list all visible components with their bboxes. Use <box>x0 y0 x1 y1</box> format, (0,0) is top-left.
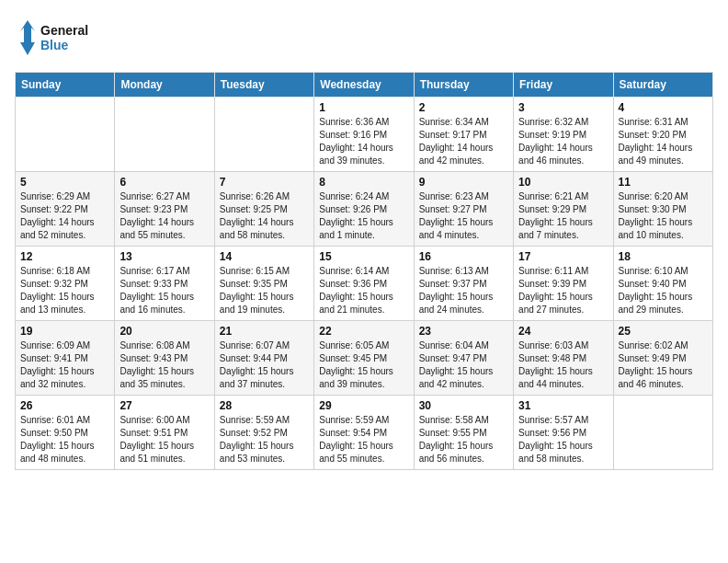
weekday-header-thursday: Thursday <box>414 73 513 98</box>
calendar-cell: 2Sunrise: 6:34 AM Sunset: 9:17 PM Daylig… <box>414 98 513 172</box>
day-number: 6 <box>119 176 209 189</box>
calendar-cell <box>16 98 115 172</box>
day-info: Sunrise: 6:01 AM Sunset: 9:50 PM Dayligh… <box>20 414 109 465</box>
day-info: Sunrise: 6:26 AM Sunset: 9:25 PM Dayligh… <box>220 190 309 242</box>
day-info: Sunrise: 5:57 AM Sunset: 9:56 PM Dayligh… <box>518 414 608 465</box>
day-number: 22 <box>319 325 408 338</box>
calendar-cell: 13Sunrise: 6:17 AM Sunset: 9:33 PM Dayli… <box>115 247 214 321</box>
calendar-cell: 8Sunrise: 6:24 AM Sunset: 9:26 PM Daylig… <box>314 172 414 247</box>
day-number: 13 <box>119 250 209 263</box>
day-info: Sunrise: 6:27 AM Sunset: 9:23 PM Dayligh… <box>119 190 209 242</box>
day-number: 11 <box>619 176 708 189</box>
day-info: Sunrise: 6:29 AM Sunset: 9:22 PM Dayligh… <box>20 190 109 242</box>
day-info: Sunrise: 6:14 AM Sunset: 9:36 PM Dayligh… <box>319 265 408 316</box>
day-number: 28 <box>220 399 309 412</box>
day-number: 26 <box>20 399 109 412</box>
calendar-table: SundayMondayTuesdayWednesdayThursdayFrid… <box>15 72 713 470</box>
logo: General Blue <box>15 15 88 61</box>
calendar-cell: 7Sunrise: 6:26 AM Sunset: 9:25 PM Daylig… <box>214 172 313 247</box>
calendar-cell: 20Sunrise: 6:08 AM Sunset: 9:43 PM Dayli… <box>115 321 214 396</box>
calendar-cell: 16Sunrise: 6:13 AM Sunset: 9:37 PM Dayli… <box>414 247 513 321</box>
weekday-header-monday: Monday <box>115 73 214 98</box>
calendar-cell: 1Sunrise: 6:36 AM Sunset: 9:16 PM Daylig… <box>314 98 414 172</box>
day-number: 29 <box>319 399 408 412</box>
day-number: 30 <box>419 399 508 412</box>
calendar-cell: 5Sunrise: 6:29 AM Sunset: 9:22 PM Daylig… <box>16 172 115 247</box>
calendar-cell: 3Sunrise: 6:32 AM Sunset: 9:19 PM Daylig… <box>514 98 613 172</box>
day-info: Sunrise: 5:59 AM Sunset: 9:54 PM Dayligh… <box>319 414 408 465</box>
calendar-cell: 23Sunrise: 6:04 AM Sunset: 9:47 PM Dayli… <box>414 321 513 396</box>
weekday-header-tuesday: Tuesday <box>214 73 313 98</box>
day-info: Sunrise: 6:17 AM Sunset: 9:33 PM Dayligh… <box>119 265 209 316</box>
calendar-week-2: 5Sunrise: 6:29 AM Sunset: 9:22 PM Daylig… <box>16 172 713 247</box>
day-number: 4 <box>619 101 708 114</box>
day-info: Sunrise: 6:03 AM Sunset: 9:48 PM Dayligh… <box>518 339 608 391</box>
weekday-header-sunday: Sunday <box>16 73 115 98</box>
day-number: 24 <box>518 325 608 338</box>
calendar-cell: 26Sunrise: 6:01 AM Sunset: 9:50 PM Dayli… <box>16 396 115 470</box>
day-number: 15 <box>319 250 408 263</box>
day-number: 18 <box>619 250 708 263</box>
calendar-cell <box>115 98 214 172</box>
page-header: General Blue <box>15 15 713 61</box>
day-number: 23 <box>419 325 508 338</box>
day-info: Sunrise: 6:31 AM Sunset: 9:20 PM Dayligh… <box>619 116 708 167</box>
calendar-week-4: 19Sunrise: 6:09 AM Sunset: 9:41 PM Dayli… <box>16 321 713 396</box>
calendar-cell: 12Sunrise: 6:18 AM Sunset: 9:32 PM Dayli… <box>16 247 115 321</box>
calendar-cell: 21Sunrise: 6:07 AM Sunset: 9:44 PM Dayli… <box>214 321 313 396</box>
day-info: Sunrise: 6:09 AM Sunset: 9:41 PM Dayligh… <box>20 339 109 391</box>
calendar-cell: 19Sunrise: 6:09 AM Sunset: 9:41 PM Dayli… <box>16 321 115 396</box>
day-number: 25 <box>619 325 708 338</box>
weekday-header-row: SundayMondayTuesdayWednesdayThursdayFrid… <box>16 73 713 98</box>
calendar-cell: 10Sunrise: 6:21 AM Sunset: 9:29 PM Dayli… <box>514 172 613 247</box>
calendar-cell: 14Sunrise: 6:15 AM Sunset: 9:35 PM Dayli… <box>214 247 313 321</box>
calendar-cell: 31Sunrise: 5:57 AM Sunset: 9:56 PM Dayli… <box>514 396 613 470</box>
day-number: 8 <box>319 176 408 189</box>
svg-text:Blue: Blue <box>40 38 69 52</box>
day-info: Sunrise: 6:04 AM Sunset: 9:47 PM Dayligh… <box>419 339 508 391</box>
weekday-header-friday: Friday <box>514 73 613 98</box>
svg-marker-2 <box>20 20 35 55</box>
day-number: 20 <box>119 325 209 338</box>
day-info: Sunrise: 6:15 AM Sunset: 9:35 PM Dayligh… <box>220 265 309 316</box>
day-number: 9 <box>419 176 508 189</box>
day-info: Sunrise: 6:34 AM Sunset: 9:17 PM Dayligh… <box>419 116 508 167</box>
calendar-cell: 11Sunrise: 6:20 AM Sunset: 9:30 PM Dayli… <box>613 172 712 247</box>
calendar-cell <box>613 396 712 470</box>
day-info: Sunrise: 5:59 AM Sunset: 9:52 PM Dayligh… <box>220 414 309 465</box>
weekday-header-wednesday: Wednesday <box>314 73 414 98</box>
calendar-cell: 22Sunrise: 6:05 AM Sunset: 9:45 PM Dayli… <box>314 321 414 396</box>
day-number: 19 <box>20 325 109 338</box>
calendar-cell: 27Sunrise: 6:00 AM Sunset: 9:51 PM Dayli… <box>115 396 214 470</box>
calendar-week-5: 26Sunrise: 6:01 AM Sunset: 9:50 PM Dayli… <box>16 396 713 470</box>
day-info: Sunrise: 5:58 AM Sunset: 9:55 PM Dayligh… <box>419 414 508 465</box>
day-info: Sunrise: 6:13 AM Sunset: 9:37 PM Dayligh… <box>419 265 508 316</box>
day-info: Sunrise: 6:23 AM Sunset: 9:27 PM Dayligh… <box>419 190 508 242</box>
day-info: Sunrise: 6:02 AM Sunset: 9:49 PM Dayligh… <box>619 339 708 391</box>
calendar-week-3: 12Sunrise: 6:18 AM Sunset: 9:32 PM Dayli… <box>16 247 713 321</box>
day-info: Sunrise: 6:08 AM Sunset: 9:43 PM Dayligh… <box>119 339 209 391</box>
day-number: 5 <box>20 176 109 189</box>
day-info: Sunrise: 6:21 AM Sunset: 9:29 PM Dayligh… <box>518 190 608 242</box>
day-number: 1 <box>319 101 408 114</box>
day-number: 14 <box>220 250 309 263</box>
calendar-cell: 18Sunrise: 6:10 AM Sunset: 9:40 PM Dayli… <box>613 247 712 321</box>
logo-svg: General Blue <box>15 15 88 61</box>
day-info: Sunrise: 6:20 AM Sunset: 9:30 PM Dayligh… <box>619 190 708 242</box>
day-number: 27 <box>119 399 209 412</box>
day-number: 21 <box>220 325 309 338</box>
day-number: 7 <box>220 176 309 189</box>
calendar-cell: 29Sunrise: 5:59 AM Sunset: 9:54 PM Dayli… <box>314 396 414 470</box>
calendar-cell: 24Sunrise: 6:03 AM Sunset: 9:48 PM Dayli… <box>514 321 613 396</box>
day-number: 10 <box>518 176 608 189</box>
day-info: Sunrise: 6:36 AM Sunset: 9:16 PM Dayligh… <box>319 116 408 167</box>
calendar-cell: 30Sunrise: 5:58 AM Sunset: 9:55 PM Dayli… <box>414 396 513 470</box>
calendar-cell: 17Sunrise: 6:11 AM Sunset: 9:39 PM Dayli… <box>514 247 613 321</box>
day-info: Sunrise: 6:24 AM Sunset: 9:26 PM Dayligh… <box>319 190 408 242</box>
day-info: Sunrise: 6:18 AM Sunset: 9:32 PM Dayligh… <box>20 265 109 316</box>
day-info: Sunrise: 6:07 AM Sunset: 9:44 PM Dayligh… <box>220 339 309 391</box>
day-number: 3 <box>518 101 608 114</box>
calendar-cell <box>214 98 313 172</box>
calendar-cell: 9Sunrise: 6:23 AM Sunset: 9:27 PM Daylig… <box>414 172 513 247</box>
day-number: 17 <box>518 250 608 263</box>
